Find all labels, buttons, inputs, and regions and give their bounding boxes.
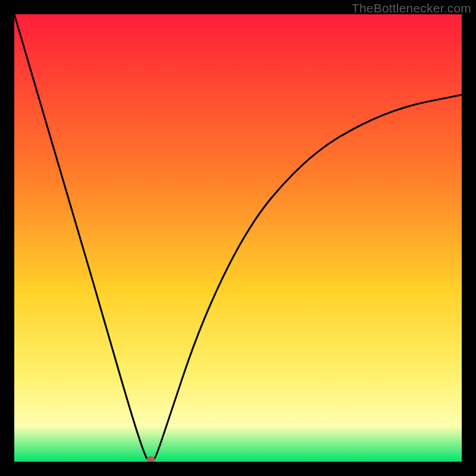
chart-frame: TheBottlenecker.com — [0, 0, 476, 476]
optimum-marker — [146, 456, 155, 462]
plot-area — [14, 14, 462, 462]
chart-curve-layer — [14, 14, 462, 462]
attribution-text: TheBottlenecker.com — [352, 1, 471, 15]
bottleneck-curve — [14, 14, 462, 462]
